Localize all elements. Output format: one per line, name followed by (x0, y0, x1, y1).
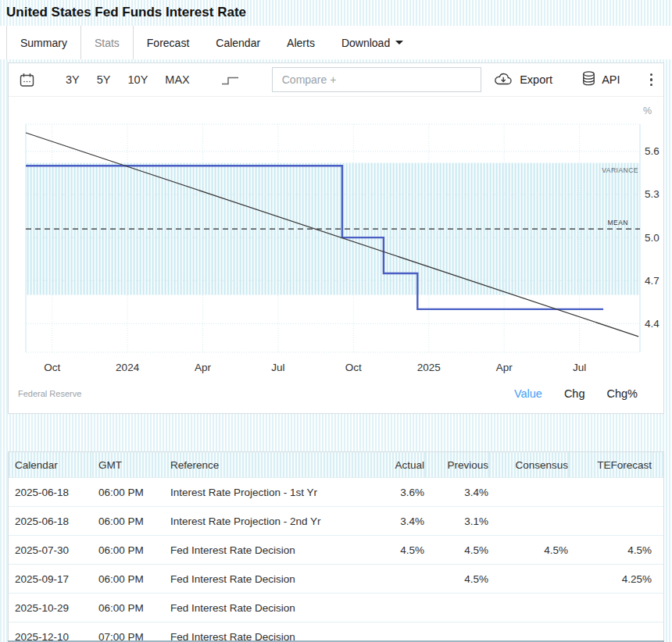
tab-alerts[interactable]: Alerts (273, 26, 328, 59)
source-attribution: Federal Reserve (18, 389, 81, 398)
step-chart-type-icon[interactable] (221, 74, 239, 85)
kebab-menu-icon[interactable] (650, 73, 653, 87)
col-teforecast: TEForecast (569, 452, 652, 478)
svg-text:MEAN: MEAN (607, 219, 628, 226)
tab-summary[interactable]: Summary (6, 26, 81, 59)
table-row[interactable]: 2025-06-1806:00 PMInterest Rate Projecti… (9, 478, 663, 507)
col-consensus: Consensus (489, 452, 569, 478)
svg-text:Apr: Apr (195, 362, 212, 373)
calendar-table-card: Calendar GMT Reference Actual Previous C… (8, 451, 664, 642)
svg-text:5.6: 5.6 (645, 145, 659, 157)
tab-stats[interactable]: Stats (81, 26, 134, 59)
chart-footer: Federal Reserve Value Chg Chg% (9, 378, 665, 409)
col-gmt: GMT (92, 452, 164, 478)
tab-forecast[interactable]: Forecast (134, 26, 202, 59)
svg-text:5.0: 5.0 (645, 232, 659, 244)
svg-text:2025: 2025 (417, 362, 441, 373)
svg-text:VARIANCE: VARIANCE (602, 166, 638, 174)
range-5y[interactable]: 5Y (97, 73, 111, 86)
table-row[interactable]: 2025-07-3006:00 PMFed Interest Rate Deci… (9, 536, 663, 565)
export-button[interactable]: Export (494, 72, 552, 88)
table-row[interactable]: 2025-09-1706:00 PMFed Interest Rate Deci… (9, 565, 663, 594)
chart-toolbar: 3Y 5Y 10Y MAX Export (9, 63, 663, 97)
tab-bar: Summary Stats Forecast Calendar Alerts D… (0, 26, 672, 59)
table-body: 2025-06-1806:00 PMInterest Rate Projecti… (9, 478, 663, 642)
range-buttons: 3Y 5Y 10Y MAX (66, 73, 190, 86)
rate-chart[interactable]: VARIANCEMEAN%5.65.35.04.74.4Oct2024AprJu… (9, 97, 665, 378)
svg-text:Oct: Oct (345, 362, 362, 373)
calendar-table: Calendar GMT Reference Actual Previous C… (9, 452, 663, 642)
database-icon (582, 71, 595, 88)
api-button[interactable]: API (582, 71, 620, 88)
svg-text:4.4: 4.4 (645, 318, 659, 330)
calendar-icon[interactable] (20, 73, 34, 87)
svg-text:Jul: Jul (573, 362, 586, 373)
export-cloud-icon (494, 72, 513, 88)
col-actual: Actual (380, 452, 425, 478)
tab-calendar[interactable]: Calendar (202, 26, 273, 59)
svg-text:Jul: Jul (271, 362, 284, 373)
svg-text:Apr: Apr (496, 362, 513, 373)
svg-text:5.3: 5.3 (645, 188, 659, 200)
range-3y[interactable]: 3Y (66, 73, 80, 86)
svg-text:Oct: Oct (44, 362, 60, 373)
table-header-row: Calendar GMT Reference Actual Previous C… (9, 452, 663, 478)
col-calendar: Calendar (9, 452, 92, 478)
toggle-chgpct[interactable]: Chg% (607, 387, 638, 400)
toggle-chg[interactable]: Chg (564, 387, 585, 400)
chart-card: 3Y 5Y 10Y MAX Export (8, 62, 664, 414)
title-band: United States Fed Funds Interest Rate (0, 0, 672, 26)
svg-text:2024: 2024 (116, 362, 140, 373)
compare-input[interactable] (272, 67, 481, 92)
table-row[interactable]: 2025-10-2906:00 PMFed Interest Rate Deci… (9, 594, 663, 622)
tab-download[interactable]: Download (328, 26, 416, 59)
col-previous: Previous (425, 452, 489, 478)
page-title: United States Fed Funds Interest Rate (6, 5, 246, 20)
col-reference: Reference (164, 452, 380, 478)
chevron-down-icon (395, 41, 403, 45)
table-row[interactable]: 2025-06-1806:00 PMInterest Rate Projecti… (9, 507, 663, 536)
range-10y[interactable]: 10Y (128, 73, 148, 86)
range-max[interactable]: MAX (165, 73, 189, 86)
svg-text:4.7: 4.7 (645, 275, 659, 287)
toggle-value[interactable]: Value (514, 387, 542, 400)
table-row[interactable]: 2025-12-1007:00 PMFed Interest Rate Deci… (9, 622, 663, 642)
svg-text:%: % (643, 105, 652, 116)
